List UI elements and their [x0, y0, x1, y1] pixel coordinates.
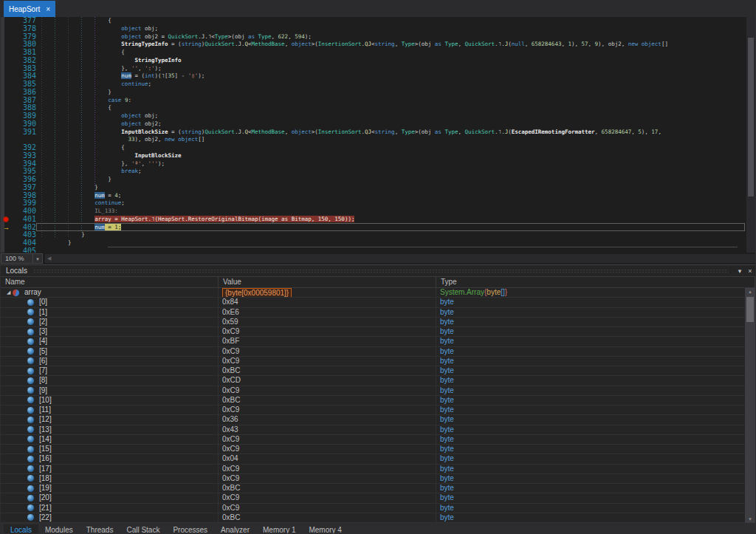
- code-line[interactable]: 398num = 4;: [1, 192, 746, 200]
- column-header-type[interactable]: Type: [436, 277, 755, 287]
- locals-row-element[interactable]: [6]0xC9byte: [1, 357, 755, 366]
- tool-tab-memory-1[interactable]: Memory 1: [256, 524, 302, 534]
- code-line[interactable]: 387case 9:: [1, 97, 746, 105]
- glyph-margin[interactable]: [1, 144, 14, 152]
- code-line[interactable]: 397}: [1, 184, 746, 192]
- code-text[interactable]: IL_133:: [41, 208, 118, 216]
- locals-title-bar[interactable]: Locals ▾ ×: [1, 265, 755, 276]
- glyph-margin[interactable]: [1, 33, 14, 41]
- glyph-margin[interactable]: [1, 231, 14, 239]
- code-line[interactable]: 386}: [1, 89, 746, 97]
- code-text[interactable]: {: [41, 17, 111, 25]
- code-text[interactable]: {: [41, 104, 111, 112]
- element-value[interactable]: 0xC9: [219, 435, 436, 444]
- editor-horizontal-scrollbar[interactable]: ◀: [45, 254, 755, 263]
- glyph-margin[interactable]: [1, 176, 14, 184]
- tool-tab-call-stack[interactable]: Call Stack: [120, 524, 166, 534]
- locals-row-element[interactable]: [12]0x36byte: [1, 415, 755, 425]
- element-value[interactable]: 0xE6: [219, 308, 436, 317]
- tool-tab-modules[interactable]: Modules: [38, 524, 80, 534]
- code-text[interactable]: num = (int)(˥[35] - '▯');: [41, 72, 205, 81]
- glyph-margin[interactable]: [1, 199, 14, 208]
- locals-row-element[interactable]: [9]0xC9byte: [1, 386, 755, 396]
- element-value[interactable]: 0xCD: [219, 376, 436, 385]
- glyph-margin[interactable]: [1, 25, 14, 33]
- code-text[interactable]: InputBlockSize = (string)QuickSort.Ј.Q<M…: [41, 129, 662, 137]
- element-value[interactable]: 0xC9: [219, 465, 436, 473]
- code-line[interactable]: 401array = HeapSort.˥(HeapSort.RestoreOr…: [1, 216, 746, 224]
- code-line[interactable]: 377{: [1, 17, 746, 25]
- element-value[interactable]: 0xC9: [219, 327, 436, 336]
- code-text[interactable]: }, '', ':');: [41, 65, 162, 73]
- code-text[interactable]: 33), obj2, new object[]: [41, 136, 205, 144]
- zoom-level-select[interactable]: 100 %: [1, 253, 33, 264]
- locals-row-element[interactable]: [22]0xBCbyte: [1, 513, 755, 523]
- tool-tab-processes[interactable]: Processes: [166, 524, 214, 534]
- code-line[interactable]: 403}: [1, 231, 746, 239]
- code-text[interactable]: }: [41, 231, 85, 239]
- code-line[interactable]: 33), obj2, new object[]: [1, 136, 746, 144]
- code-line[interactable]: 394}, 'ª', ''');: [1, 160, 746, 168]
- element-value[interactable]: 0xC9: [219, 493, 436, 502]
- locals-column-headers[interactable]: NameValueType: [1, 276, 755, 288]
- glyph-margin[interactable]: [1, 57, 14, 65]
- element-value[interactable]: 0xC9: [219, 405, 436, 414]
- code-text[interactable]: object obj;: [41, 25, 158, 33]
- element-value[interactable]: 0xC9: [219, 347, 436, 356]
- glyph-margin[interactable]: [1, 81, 14, 89]
- code-line[interactable]: 390object obj2;: [1, 120, 746, 129]
- code-line[interactable]: →402num = 1;: [1, 224, 746, 232]
- code-line[interactable]: 385continue;: [1, 81, 746, 89]
- scroll-down-icon[interactable]: ▾: [745, 516, 755, 522]
- glyph-margin[interactable]: [1, 239, 14, 247]
- code-line[interactable]: 395break;: [1, 168, 746, 176]
- code-text[interactable]: num = 4;: [41, 192, 121, 200]
- element-value[interactable]: 0xBC: [219, 484, 436, 493]
- code-line[interactable]: 399continue;: [1, 199, 746, 208]
- code-text[interactable]: StringTypeInfo: [41, 57, 182, 65]
- glyph-margin[interactable]: [1, 112, 14, 120]
- tool-tab-threads[interactable]: Threads: [80, 524, 120, 534]
- code-text[interactable]: }, 'ª', ''');: [41, 160, 165, 168]
- zoom-caret-icon[interactable]: ▾: [33, 253, 43, 264]
- element-value[interactable]: 0x59: [219, 318, 436, 326]
- locals-row-element[interactable]: [1]0xE6byte: [1, 308, 755, 318]
- locals-scrollbar-thumb[interactable]: [746, 297, 754, 322]
- locals-row-element[interactable]: [19]0xBCbyte: [1, 484, 755, 493]
- element-value[interactable]: 0xBC: [219, 366, 436, 375]
- element-value[interactable]: 0xBF: [219, 337, 436, 346]
- tool-tab-locals[interactable]: Locals: [4, 524, 38, 534]
- code-text[interactable]: StringTypeInfo = (string)QuickSort.Ј.Q<M…: [41, 41, 668, 49]
- locals-vertical-scrollbar[interactable]: ▴ ▾: [745, 288, 755, 523]
- code-line[interactable]: 378object obj;: [1, 25, 746, 33]
- code-text[interactable]: }: [41, 89, 111, 97]
- locals-row-element[interactable]: [20]0xC9byte: [1, 493, 755, 503]
- code-line[interactable]: 382StringTypeInfo: [1, 57, 746, 65]
- column-header-value[interactable]: Value: [219, 277, 436, 287]
- locals-row-element[interactable]: [13]0x43byte: [1, 425, 755, 435]
- element-value[interactable]: 0xC9: [219, 357, 436, 366]
- code-line[interactable]: 405: [1, 247, 746, 253]
- code-line[interactable]: 383}, '', ':');: [1, 65, 746, 73]
- glyph-margin[interactable]: [1, 65, 14, 73]
- locals-row-element[interactable]: [11]0xC9byte: [1, 405, 755, 415]
- element-value[interactable]: 0xBC: [219, 396, 436, 405]
- code-text[interactable]: {: [41, 144, 125, 152]
- code-line[interactable]: 396}: [1, 176, 746, 184]
- tool-tab-memory-4[interactable]: Memory 4: [302, 524, 348, 534]
- glyph-margin[interactable]: [1, 49, 14, 57]
- glyph-margin[interactable]: [1, 208, 14, 216]
- glyph-margin[interactable]: →: [1, 224, 14, 232]
- glyph-margin[interactable]: [1, 41, 14, 49]
- code-text[interactable]: array = HeapSort.˥(HeapSort.RestoreOrigi…: [41, 216, 354, 224]
- element-value[interactable]: 0x04: [219, 454, 436, 463]
- code-text[interactable]: continue;: [41, 81, 151, 89]
- glyph-margin[interactable]: [1, 120, 14, 129]
- glyph-margin[interactable]: [1, 89, 14, 97]
- code-text[interactable]: object obj2 = QuickSort.Ј.˥<Type>(obj as…: [41, 33, 312, 41]
- glyph-margin[interactable]: [1, 72, 14, 81]
- code-text[interactable]: {: [41, 49, 125, 57]
- locals-row-element[interactable]: [3]0xC9byte: [1, 327, 755, 337]
- code-text[interactable]: object obj;: [41, 112, 158, 120]
- element-value[interactable]: 0xC9: [219, 386, 436, 395]
